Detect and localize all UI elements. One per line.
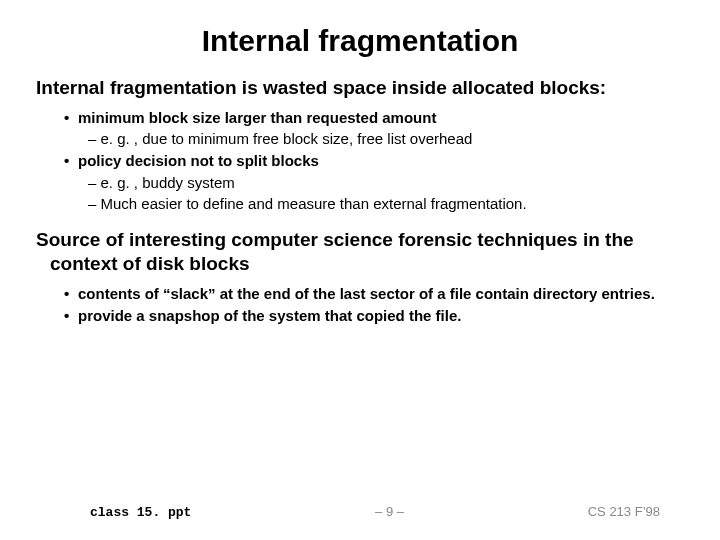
heading-2: Source of interesting computer science f… [36,228,684,276]
list-item: minimum block size larger than requested… [64,108,684,150]
sub-item: e. g. , buddy system [78,173,684,193]
slide-footer: class 15. ppt – 9 – CS 213 F’98 [0,504,720,520]
list-item: provide a snapshop of the system that co… [64,306,684,326]
bullet-list-2: contents of “slack” at the end of the la… [36,284,684,327]
bullet-text: contents of “slack” at the end of the la… [78,285,655,302]
sub-item: e. g. , due to minimum free block size, … [78,129,684,149]
bullet-text: minimum block size larger than requested… [78,109,436,126]
slide: Internal fragmentation Internal fragment… [0,0,720,540]
list-item: policy decision not to split blocks e. g… [64,151,684,214]
footer-filename: class 15. ppt [90,505,191,520]
footer-course: CS 213 F’98 [588,504,660,519]
list-item: contents of “slack” at the end of the la… [64,284,684,304]
bullet-list-1: minimum block size larger than requested… [36,108,684,214]
sub-item: Much easier to define and measure than e… [78,194,684,214]
slide-title: Internal fragmentation [36,24,684,58]
footer-page-number: – 9 – [375,504,404,519]
heading-1: Internal fragmentation is wasted space i… [36,76,684,100]
bullet-text: policy decision not to split blocks [78,152,319,169]
bullet-text: provide a snapshop of the system that co… [78,307,461,324]
